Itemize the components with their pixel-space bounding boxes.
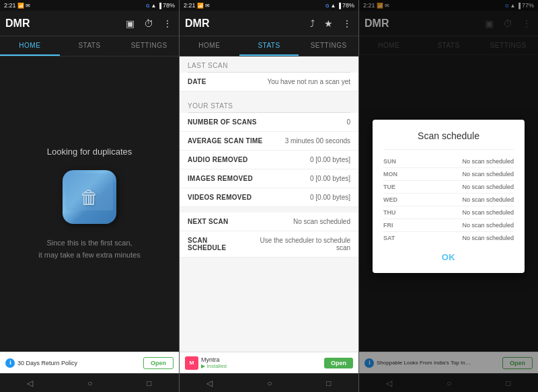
- nav-bar-1: ◁ ○ □: [0, 373, 179, 392]
- tab-settings-1[interactable]: SETTINGS: [119, 36, 179, 56]
- ad-open-btn-1[interactable]: Open: [143, 357, 174, 369]
- stat-label-3: IMAGES REMOVED: [188, 175, 253, 182]
- schedule-row-2: TUE No scan scheduled: [383, 181, 514, 194]
- status-bar-2: 2:21 📶 ✉ G ▲ ▐ 78%: [180, 0, 358, 11]
- nav-bar-2: ◁ ○ □: [180, 373, 358, 392]
- first-scan-text: Since this is the first scan, it may tak…: [38, 237, 141, 261]
- day-3: WED: [383, 196, 404, 203]
- stat-label-5: NEXT SCAN: [188, 218, 228, 225]
- stat-label-6: SCAN SCHEDULE: [188, 237, 247, 251]
- status-bar-1: 2:21 📶 ✉ G ▲ ▐ 78%: [0, 0, 179, 11]
- stat-row-6: SCAN SCHEDULE Use the scheduler to sched…: [180, 231, 358, 258]
- back-button-1[interactable]: ◁: [16, 376, 44, 391]
- day-0: SUN: [383, 158, 404, 165]
- date-value: You have not run a scan yet: [267, 78, 350, 85]
- tab-stats-1[interactable]: STATS: [60, 36, 120, 56]
- day-5: FRI: [383, 222, 404, 229]
- google-icon: G: [146, 3, 149, 8]
- myntra-logo: M: [185, 356, 198, 370]
- day-4: THU: [383, 209, 404, 216]
- day-value-5: No scan scheduled: [462, 222, 514, 229]
- tabs-2: HOME STATS SETTINGS: [180, 36, 358, 56]
- day-value-0: No scan scheduled: [462, 158, 514, 165]
- star-icon-2[interactable]: ★: [323, 17, 334, 30]
- ad-info-icon-1: ℹ: [5, 358, 15, 368]
- app-title-1: DMR: [5, 17, 124, 30]
- home-button-1[interactable]: ○: [77, 376, 103, 391]
- app-container: 2:21 📶 ✉ G ▲ ▐ 78% DMR ▣ ⏱ ⋮ HOME STATS …: [0, 0, 538, 392]
- your-stats-label: YOUR STATS: [180, 97, 358, 112]
- ad-open-btn-2[interactable]: Open: [324, 358, 353, 368]
- looking-text: Looking for duplicates: [47, 147, 132, 157]
- screen-1: 2:21 📶 ✉ G ▲ ▐ 78% DMR ▣ ⏱ ⋮ HOME STATS …: [0, 0, 180, 392]
- clock-icon-1[interactable]: ⏱: [143, 17, 155, 30]
- recent-button-1[interactable]: □: [136, 376, 162, 391]
- ad-text-1: 30 Days Return Policy: [17, 360, 77, 366]
- schedule-row-1: MON No scan scheduled: [383, 168, 514, 181]
- tab-settings-2[interactable]: SETTINGS: [299, 36, 358, 56]
- schedule-row-3: WED No scan scheduled: [383, 194, 514, 206]
- stat-row-5: NEXT SCAN No scan scheduled: [180, 212, 358, 231]
- section-gap-1: [180, 91, 358, 97]
- battery-1: 78%: [163, 2, 175, 9]
- more-icon-1[interactable]: ⋮: [161, 17, 174, 30]
- day-value-4: No scan scheduled: [462, 209, 514, 216]
- ad-bar-1: ℹ 30 Days Return Policy Open: [0, 352, 179, 373]
- stat-value-6: Use the scheduler to schedule scan: [247, 237, 350, 251]
- tabs-1: HOME STATS SETTINGS: [0, 36, 179, 56]
- signal-icon-2: ▐: [337, 3, 341, 9]
- myntra-brand: Myntra: [201, 356, 227, 363]
- tab-home-1[interactable]: HOME: [0, 36, 60, 56]
- myntra-installed: ▶ Installed: [201, 363, 227, 369]
- app-bar-2: DMR ⤴ ★ ⋮: [180, 11, 358, 36]
- day-value-2: No scan scheduled: [462, 184, 514, 190]
- screen1-main: Looking for duplicates 🗑 Since this is t…: [0, 56, 179, 352]
- first-scan-line1: Since this is the first scan,: [38, 237, 141, 249]
- screen-3: 2:21 📶 ✉ G ▲ ▐ 77% DMR ▣ ⏱ ⋮ HOME STATS …: [359, 0, 538, 392]
- msg-icon-2: ✉: [205, 3, 210, 9]
- signal-icon-1: ▐: [157, 3, 161, 9]
- folder-icon-1[interactable]: ▣: [124, 17, 136, 30]
- day-value-3: No scan scheduled: [462, 196, 514, 203]
- tab-home-2[interactable]: HOME: [180, 36, 239, 56]
- stat-value-2: 0 [0.00 bytes]: [310, 156, 350, 163]
- dialog-ok-button[interactable]: OK: [383, 252, 514, 262]
- dialog-overlay: Scan schedule SUN No scan scheduled MON …: [359, 0, 538, 392]
- app-bar-1: DMR ▣ ⏱ ⋮: [0, 11, 179, 36]
- date-label: DATE: [188, 78, 206, 85]
- battery-2: 78%: [342, 2, 354, 9]
- app-title-2: DMR: [185, 17, 309, 30]
- stat-row-3: IMAGES REMOVED 0 [0.00 bytes]: [180, 169, 358, 188]
- wifi-icon-2: ▲: [330, 3, 336, 9]
- first-scan-line2: it may take a few extra minutes: [38, 249, 141, 262]
- screen-2: 2:21 📶 ✉ G ▲ ▐ 78% DMR ⤴ ★ ⋮ HOME STATS …: [180, 0, 359, 392]
- section-gap-2: [180, 207, 358, 212]
- sim-icon-2: 📶: [197, 3, 204, 9]
- day-value-1: No scan scheduled: [462, 171, 514, 178]
- more-icon-2[interactable]: ⋮: [341, 17, 353, 30]
- stat-label-2: AUDIO REMOVED: [188, 156, 247, 163]
- share-icon-2[interactable]: ⤴: [309, 17, 316, 30]
- status-right-1: G ▲ ▐ 78%: [146, 2, 175, 9]
- recent-button-2[interactable]: □: [315, 376, 342, 391]
- stat-value-4: 0 [0.00 bytes]: [310, 194, 350, 201]
- time-2: 2:21: [184, 2, 196, 9]
- sim-icon: 📶: [17, 3, 24, 9]
- stat-row-2: AUDIO REMOVED 0 [0.00 bytes]: [180, 151, 358, 169]
- scan-schedule-dialog: Scan schedule SUN No scan scheduled MON …: [373, 120, 525, 273]
- msg-icon: ✉: [26, 3, 30, 9]
- home-button-2[interactable]: ○: [256, 376, 282, 391]
- schedule-row-5: FRI No scan scheduled: [383, 219, 514, 232]
- schedule-row-6: SAT No scan scheduled: [383, 232, 514, 244]
- tab-stats-2[interactable]: STATS: [239, 36, 299, 56]
- stat-label-4: VIDEOS REMOVED: [188, 194, 252, 201]
- schedule-row-0: SUN No scan scheduled: [383, 155, 514, 168]
- day-value-6: No scan scheduled: [462, 235, 514, 241]
- schedule-row-4: THU No scan scheduled: [383, 206, 514, 219]
- stat-value-3: 0 [0.00 bytes]: [310, 175, 350, 182]
- stat-row-0: NUMBER OF SCANS 0: [180, 113, 358, 132]
- ad-brand-2: Myntra ▶ Installed: [201, 356, 227, 369]
- back-button-2[interactable]: ◁: [196, 376, 223, 391]
- stat-value-0: 0: [346, 118, 350, 126]
- ad-left-2: M Myntra ▶ Installed: [185, 356, 227, 370]
